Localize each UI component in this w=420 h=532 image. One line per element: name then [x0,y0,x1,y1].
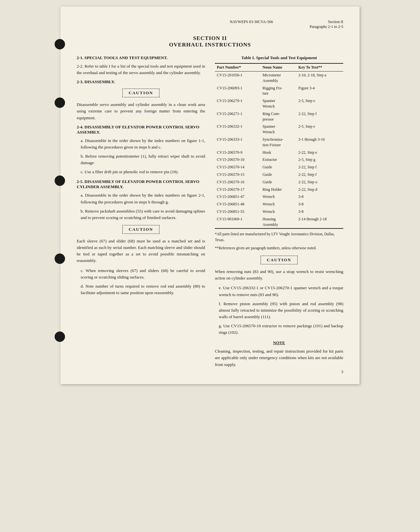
table-row: CV15-206851-55Wrench3-8 [215,208,343,215]
caution-2-wrapper: CAUTION [77,225,205,234]
step-e: e. Use CV15-206332-1 or CV15-206270-1 sp… [215,285,343,298]
caution-1-text: Disassemble servo assembly and cylinder … [77,101,205,121]
table-header-row: Part Number* Noun Name Key To Text** [215,63,343,71]
caution-2-box: CAUTION [122,225,160,234]
cell-key-to-text: 3-8 [296,193,343,201]
cell-key-to-text: 2-22, Step f [296,171,343,178]
table-row: CV15-206332-1SpannerWrench2-5, Step e [215,123,343,136]
cell-noun-name: Synchroniza-tion Fixture [260,136,296,149]
table-row: CV15-201056-1MicrometerAssembly2-16; 2-1… [215,71,343,84]
cell-noun-name: Extractor [260,156,296,163]
cell-part-number: CV15-206570-16 [215,178,260,186]
cell-part-number: CV15-201056-1 [215,71,260,84]
col-noun-name: Noun Name [260,63,296,71]
cell-noun-name: MicrometerAssembly [260,71,296,84]
note-text: Cleaning, inspection, testing, and repai… [215,348,343,368]
cell-key-to-text: 2-22, Step f [296,110,343,123]
caution-2-label: CAUTION [129,227,153,232]
table-header: Part Number* Noun Name Key To Text** [215,63,343,71]
cell-part-number: CV15-206570-14 [215,163,260,171]
margin-circle-4 [55,253,65,264]
cell-part-number: CV15-206093-1 [215,84,260,97]
cell-key-to-text: 3-1 through 3-16 [296,136,343,149]
cell-noun-name: SpannerWrench [260,97,296,110]
margin-circle-3 [55,175,65,186]
cell-noun-name: SpannerWrench [260,123,296,136]
cell-noun-name: Hook [260,149,296,156]
special-tools-table: Part Number* Noun Name Key To Text** CV1… [215,63,343,229]
caution-3-wrapper: CAUTION [215,255,343,265]
para-2-3-heading: 2-3. DISASSEMBLY. [77,79,205,84]
para-2-4-c: c. Use a fiber drift pin or phenolic rod… [77,169,205,175]
main-content: 2-1. SPECIAL TOOLS AND TEST EQUIPMENT. 2… [77,55,343,371]
note-label: NOTE [215,340,343,345]
col-part-number: Part Number* [215,63,260,71]
table-row: CV15-206270-1SpannerWrench2-5, Step e [215,97,343,110]
section-title: SECTION II OVERHAUL INSTRUCTIONS [77,35,343,48]
header-left [77,19,193,29]
cell-noun-name: Guide [260,171,296,178]
para-2-4-b: b. Before removing potentiometer (1), fu… [77,153,205,166]
cell-part-number: CV15-206570-9 [215,149,260,156]
para-2-4-heading: 2-4. DISASSEMBLY OF ELEVATOR POWER CONTR… [77,124,205,135]
para-2-5-b: b. Remove jackshaft assemblies (55) with… [77,208,205,221]
cell-part-number: CV15-901069-1 [215,215,260,229]
cell-key-to-text: Figure 3-4 [296,84,343,97]
table-row: CV15-901069-1HousingAssembly2-14 through… [215,215,343,229]
caution-1-box: CAUTION [122,88,160,97]
para-2-4-a: a. Disassemble in the order shown by the… [77,137,205,150]
table-title: Table I. Special Tools and Test Equipmen… [215,55,343,60]
cell-noun-name: Wrench [260,208,296,215]
table-row: CV15-206271-1Ring Com-pressor2-22, Step … [215,110,343,123]
table-footnote-2: **References given are paragraph numbers… [215,245,343,251]
cell-key-to-text: 2-22, Step f [296,163,343,171]
cell-key-to-text: 2-22, Step e [296,149,343,156]
table-row: CV15-206851-47Wrench3-8 [215,193,343,201]
table-row: CV15-206333-1Synchroniza-tion Fixture3-1… [215,136,343,149]
cell-key-to-text: 3-8 [296,201,343,208]
caution-3-label: CAUTION [267,257,291,262]
cell-part-number: CV15-206851-47 [215,193,260,201]
cell-part-number: CV15-206570-17 [215,186,260,193]
caution-3-box: CAUTION [260,255,298,265]
cell-key-to-text: 2-22, Step d [296,186,343,193]
cell-noun-name: Wrench [260,193,296,201]
cell-key-to-text: 2-16; 2-18, Step a [296,71,343,84]
header-center: NAVWEPS 03-30CVA-566 [193,19,309,29]
page-header: NAVWEPS 03-30CVA-566 Section II Paragrap… [77,19,343,29]
table-row: CV15-206570-14Guide2-22, Step f [215,163,343,171]
header-right: Section II Paragraphs 2-1 to 2-5 [309,19,343,29]
cell-key-to-text: 3-8 [296,208,343,215]
cell-noun-name: Guide [260,178,296,186]
table-row: CV15-206570-17Ring Holder2-22, Step d [215,186,343,193]
cell-noun-name: HousingAssembly [260,215,296,229]
caution-3-text: When removing nuts (83 and 90), use a st… [215,268,343,281]
para-2-2-text: 2-2. Refer to table I for a list of the … [77,63,205,76]
table-footnote-1: *All parts listed are manufactured by LT… [215,231,343,243]
table-row: CV15-206851-48Wrench3-8 [215,201,343,208]
cell-part-number: CV15-206332-1 [215,123,260,136]
table-body: CV15-201056-1MicrometerAssembly2-16; 2-1… [215,71,343,229]
cell-noun-name: Rigging Fix-ture [260,84,296,97]
para-2-5-heading: 2-5. DISASSEMBLY OF ELEVATOR POWER CONTR… [77,179,205,189]
margin-decoration [55,6,66,384]
cell-part-number: CV15-206851-55 [215,208,260,215]
para-2-5-a: a. Disassemble in the order shown by the… [77,192,205,205]
col-key-to-text: Key To Text** [296,63,343,71]
step-g: g. Use CV15-206570-10 extractor to remov… [215,323,343,336]
step-f: f. Remove piston assembly (95) with pist… [215,301,343,320]
table-row: CV15-206570-15Guide2-22, Step f [215,171,343,178]
para-2-5-c: c. When removing sleeves (67) and slider… [77,267,205,280]
cell-part-number: CV15-206270-1 [215,97,260,110]
cell-part-number: CV15-206570-10 [215,156,260,163]
cell-part-number: CV15-206333-1 [215,136,260,149]
table-row: CV15-206093-1Rigging Fix-tureFigure 3-4 [215,84,343,97]
cell-key-to-text: 2-5, Step g [296,156,343,163]
caution-1-label: CAUTION [129,90,153,95]
para-2-5-d: d. Note number of turns required to remo… [77,283,205,296]
cell-key-to-text: 2-14 through 2-18 [296,215,343,229]
cell-key-to-text: 2-5, Step e [296,123,343,136]
margin-circle-1 [55,39,65,49]
margin-circle-5 [55,331,65,342]
cell-noun-name: Ring Holder [260,186,296,193]
